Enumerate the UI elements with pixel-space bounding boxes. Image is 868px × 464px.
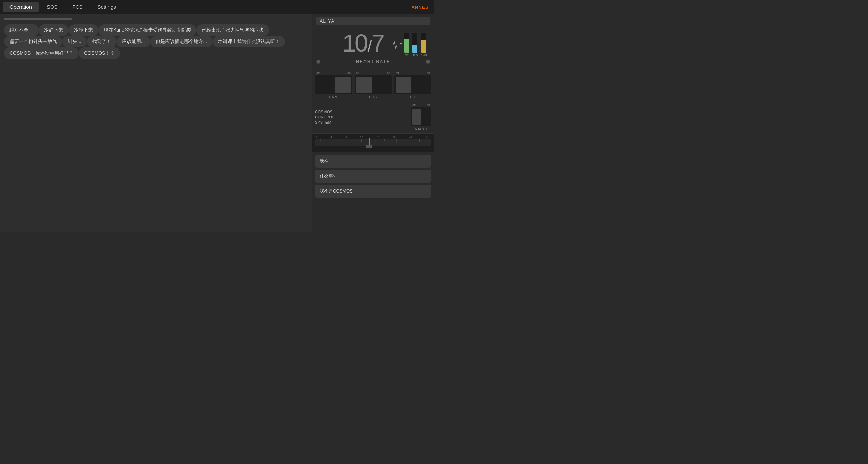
top-navigation: Operation SOS FCS Settings ANNES — [0, 0, 434, 14]
heart-rate-display: 10/7 O2 — [316, 28, 430, 58]
eog-on-label: on — [387, 71, 390, 75]
eh-off-label: off — [396, 71, 399, 75]
eng-bar-container: ENG — [420, 33, 427, 57]
eng-bar-track — [421, 33, 426, 53]
eh-toggle-thumb — [396, 77, 411, 93]
frequency-labels: 2 4 8 12 18 26 40 GHz — [315, 136, 431, 139]
hrm-off-label: off — [316, 71, 320, 75]
toggles-section: off on HRM off on EOG — [312, 69, 434, 101]
chat-bubble-1[interactable]: 绝对不会！ — [4, 24, 39, 36]
o2-bar-container: O2 — [404, 33, 409, 57]
eh-toggle-group: off on EH — [394, 71, 431, 99]
cosmos-control-system: COSMOS CONTROL SYSTEM — [315, 103, 408, 131]
frequency-slider-thumb[interactable] — [366, 145, 372, 148]
h2o-bar-fill — [412, 45, 417, 53]
cosmos-radio-row: COSMOS CONTROL SYSTEM off on RADIO — [312, 101, 434, 134]
eng-label: ENG — [420, 54, 427, 57]
chat-bubble-5[interactable]: 已经出现了张力性气胸的症状 — [196, 24, 269, 36]
vital-bars: O2 H2O ENG — [404, 28, 427, 58]
o2-bar-fill — [404, 39, 409, 53]
eog-toggle-thumb — [356, 77, 372, 93]
main-layout: 绝对不会！冷静下来冷静下来现在Kane的情况是撞击受伤导致肋骨断裂已经出现了张力… — [0, 14, 434, 232]
brand-logo: ANNES — [411, 4, 429, 9]
heart-rate-label: HEART RATE — [320, 59, 426, 64]
o2-label: O2 — [405, 54, 409, 57]
hr-dot-right — [426, 60, 430, 64]
tab-fcs[interactable]: FCS — [66, 2, 90, 12]
freq-ticks-svg — [315, 139, 431, 146]
eh-toggle-track[interactable] — [394, 75, 431, 94]
chat-bubble-6[interactable]: 需要一个粗针头来放气 — [4, 36, 62, 47]
monitor-section: ALIYA 10/7 O2 — [312, 14, 434, 69]
scroll-indicator — [4, 18, 72, 20]
hr-dot-left — [316, 60, 320, 64]
frequency-track[interactable] — [315, 139, 431, 146]
chat-bubble-9[interactable]: 应该能用... — [117, 36, 151, 47]
chat-bubble-2[interactable]: 冷静下来 — [39, 24, 68, 36]
chat-bubble-13[interactable]: COSMOS！？ — [79, 47, 120, 59]
chat-bubble-11[interactable]: 培训课上我为什么没认真听！ — [213, 36, 285, 47]
tab-settings[interactable]: Settings — [91, 2, 123, 12]
radio-toggle-group: off on RADIO — [411, 103, 431, 131]
frequency-section: 2 4 8 12 18 26 40 GHz — [312, 134, 434, 152]
h2o-bar-container: H2O — [412, 33, 418, 57]
eh-on-label: on — [427, 71, 430, 75]
hrm-toggle-labels: off on — [315, 71, 352, 75]
eng-bar-fill — [421, 40, 426, 53]
hrm-toggle-group: off on HRM — [315, 71, 352, 99]
chat-bubble-4[interactable]: 现在Kane的情况是撞击受伤导致肋骨断裂 — [98, 24, 196, 36]
hrm-toggle-thumb — [335, 77, 351, 93]
frequency-ruler: 2 4 8 12 18 26 40 GHz — [315, 136, 431, 149]
radio-toggle-thumb — [412, 109, 421, 125]
radio-toggle-name: RADIO — [415, 127, 428, 131]
eog-toggle-name: EOG — [369, 95, 377, 99]
right-panel: ALIYA 10/7 O2 — [312, 14, 434, 232]
eh-toggle-labels: off on — [394, 71, 431, 75]
ghz-label: GHz — [425, 136, 431, 139]
tab-operation[interactable]: Operation — [3, 2, 39, 12]
response-btn-2[interactable]: 什么事? — [315, 170, 431, 183]
h2o-bar-track — [412, 33, 417, 53]
eog-toggle-group: off on EOG — [355, 71, 392, 99]
hrm-on-label: on — [347, 71, 351, 75]
hrm-toggle-track[interactable] — [315, 75, 352, 94]
chat-bubble-12[interactable]: COSMOS，你还没重启好吗？ — [4, 47, 79, 59]
heart-rate-label-row: HEART RATE — [316, 58, 430, 66]
hrm-toggle-name: HRM — [329, 95, 338, 99]
eog-toggle-labels: off on — [355, 71, 392, 75]
chat-bubble-7[interactable]: 针头... — [62, 36, 87, 47]
radio-off-label: off — [412, 103, 416, 107]
ecg-waveform — [390, 40, 404, 50]
chat-bubble-8[interactable]: 找到了！ — [87, 36, 117, 47]
h2o-label: H2O — [412, 54, 418, 57]
eh-toggle-name: EH — [410, 95, 416, 99]
chat-messages: 绝对不会！冷静下来冷静下来现在Kane的情况是撞击受伤导致肋骨断裂已经出现了张力… — [4, 24, 308, 59]
radio-toggle-track[interactable] — [411, 107, 431, 126]
tab-sos[interactable]: SOS — [40, 2, 64, 12]
radio-toggle-labels: off on — [411, 103, 431, 107]
response-btn-1[interactable]: 我在 — [315, 155, 431, 168]
eog-off-label: off — [356, 71, 359, 75]
heart-rate-number: 10/7 — [342, 31, 404, 55]
eog-toggle-track[interactable] — [355, 75, 392, 94]
response-btn-3[interactable]: 我不是COSMOS — [315, 185, 431, 198]
radio-on-label: on — [427, 103, 430, 107]
chat-bubble-3[interactable]: 冷静下来 — [68, 24, 98, 36]
response-section: 我在 什么事? 我不是COSMOS — [312, 152, 434, 232]
o2-bar-track — [404, 33, 409, 53]
chat-panel: 绝对不会！冷静下来冷静下来现在Kane的情况是撞击受伤导致肋骨断裂已经出现了张力… — [0, 14, 312, 232]
chat-bubble-10[interactable]: 但是应该插进哪个地方... — [150, 36, 213, 47]
patient-name: ALIYA — [316, 17, 430, 25]
